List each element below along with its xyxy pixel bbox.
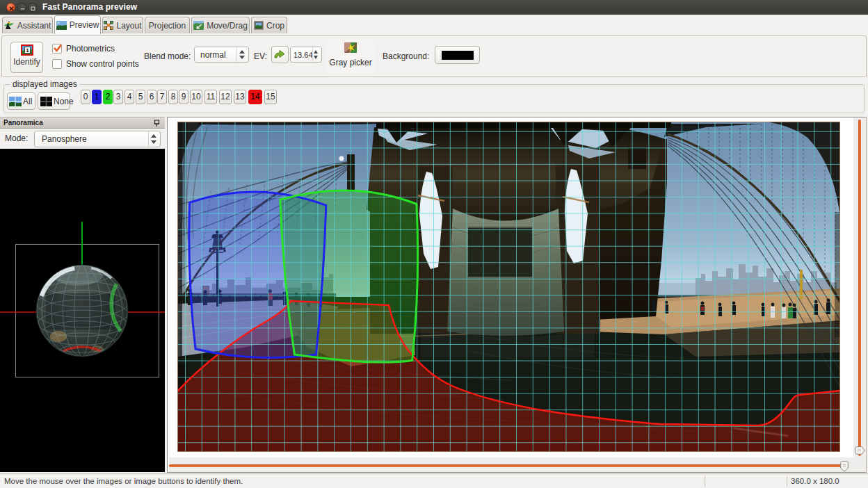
svg-text:1: 1 (26, 47, 29, 54)
